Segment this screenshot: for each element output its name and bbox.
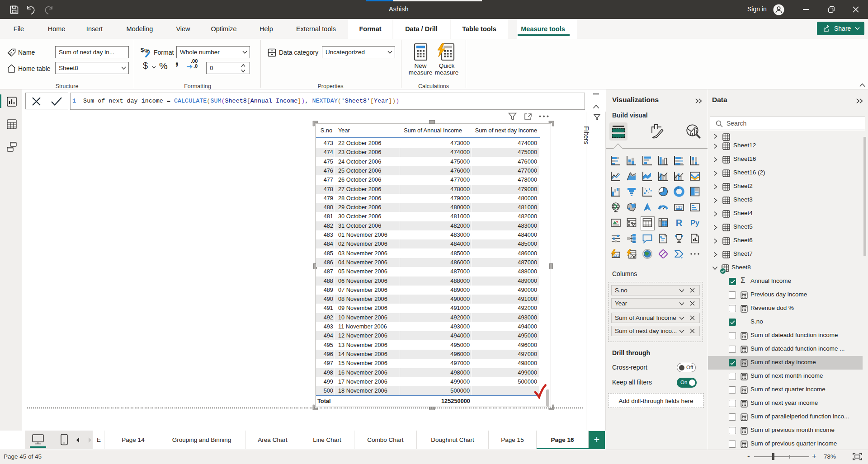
svg-text:123: 123 (675, 205, 682, 209)
svg-text:R: R (676, 218, 683, 228)
svg-text:Py: Py (690, 219, 699, 227)
